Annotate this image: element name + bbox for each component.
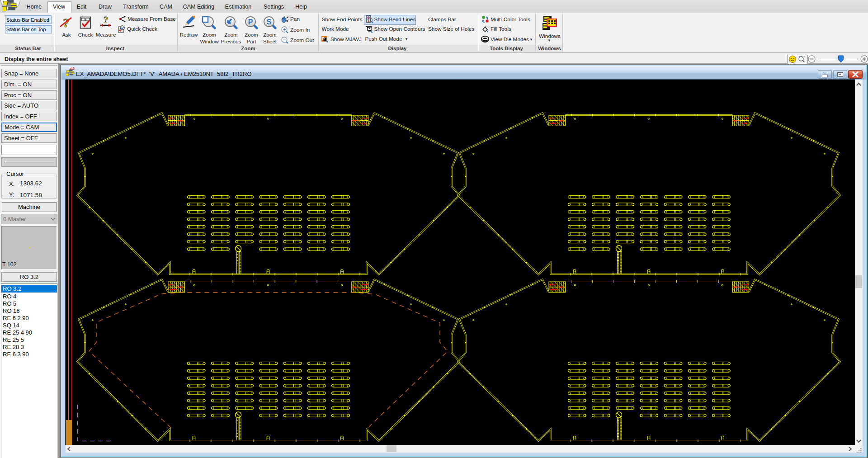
svg-text:P: P [248,18,253,26]
svg-text:S: S [267,18,272,26]
svg-text:?: ? [104,16,108,25]
svg-text:?: ? [63,16,69,29]
svg-text:−: − [283,37,286,42]
svg-text:+: + [283,27,286,32]
